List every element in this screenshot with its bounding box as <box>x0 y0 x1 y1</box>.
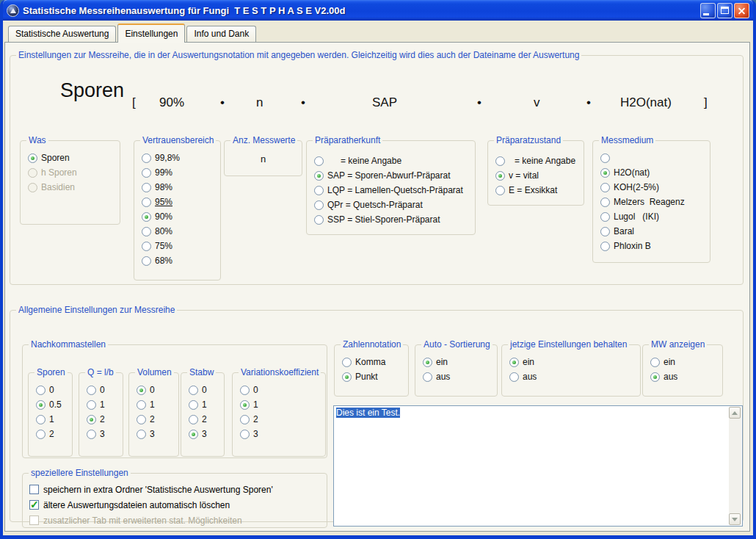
radio-option[interactable]: ein <box>647 355 718 369</box>
radio-option[interactable]: 95% <box>139 195 216 209</box>
radio-option[interactable]: Lugol (IKI) <box>597 209 705 224</box>
radio-option[interactable]: 3 <box>84 427 118 441</box>
radio-button-icon[interactable] <box>137 386 146 395</box>
radio-option[interactable]: Baral <box>597 224 705 239</box>
checkbox-option[interactable]: speichern in extra Ordner 'Statistische … <box>27 482 322 497</box>
radio-button-icon[interactable] <box>189 386 198 395</box>
radio-option[interactable]: 3 <box>186 427 219 441</box>
radio-option[interactable]: QPr = Quetsch-Präparat <box>311 198 470 212</box>
radio-button-icon[interactable] <box>600 227 610 236</box>
radio-option[interactable]: 2 <box>134 412 174 427</box>
radio-option[interactable]: 2 <box>237 412 321 427</box>
tab-info-und-dank[interactable]: Info und Dank <box>186 26 256 42</box>
radio-button-icon[interactable] <box>142 242 151 251</box>
radio-button-icon[interactable] <box>600 153 610 163</box>
radio-button-icon[interactable] <box>600 242 610 251</box>
radio-button-icon[interactable] <box>189 415 198 424</box>
radio-button-icon[interactable] <box>142 168 151 178</box>
radio-button-icon[interactable] <box>28 153 37 163</box>
radio-option[interactable]: 3 <box>134 427 174 441</box>
radio-button-icon[interactable] <box>240 386 250 395</box>
radio-option[interactable] <box>597 151 705 165</box>
radio-button-icon[interactable] <box>87 386 96 395</box>
radio-button-icon[interactable] <box>342 372 352 382</box>
radio-button-icon[interactable] <box>240 430 250 439</box>
radio-button-icon[interactable] <box>142 227 151 236</box>
vertical-scrollbar[interactable] <box>729 407 741 525</box>
radio-option[interactable]: aus <box>647 369 718 384</box>
maximize-button[interactable] <box>717 3 733 18</box>
radio-button-icon[interactable] <box>650 358 660 367</box>
radio-option[interactable]: 0.5 <box>33 397 68 412</box>
radio-option[interactable]: 80% <box>139 224 216 239</box>
radio-button-icon[interactable] <box>36 386 46 395</box>
radio-option[interactable]: 3 <box>237 427 321 441</box>
radio-option[interactable]: 2 <box>84 412 118 427</box>
radio-option[interactable]: ein <box>506 355 636 369</box>
close-button[interactable] <box>734 3 749 18</box>
radio-button-icon[interactable] <box>189 400 198 410</box>
radio-button-icon[interactable] <box>314 215 324 225</box>
radio-option[interactable]: Sporen <box>25 151 115 165</box>
radio-button-icon[interactable] <box>87 430 96 439</box>
checkbox-option[interactable]: ältere Auswertungsdateien automatisch lö… <box>27 497 322 513</box>
radio-button-icon[interactable] <box>509 372 519 382</box>
radio-button-icon[interactable] <box>423 358 432 367</box>
radio-button-icon[interactable] <box>600 183 610 192</box>
radio-option[interactable]: 0 <box>84 383 118 397</box>
radio-option[interactable]: aus <box>506 369 636 384</box>
radio-option[interactable]: 68% <box>139 253 216 268</box>
radio-option[interactable]: 99,8% <box>139 151 216 165</box>
radio-button-icon[interactable] <box>509 358 519 367</box>
radio-option[interactable]: 0 <box>237 383 321 397</box>
radio-button-icon[interactable] <box>36 415 46 424</box>
radio-option[interactable]: 1 <box>186 397 219 412</box>
radio-button-icon[interactable] <box>142 212 151 222</box>
radio-option[interactable]: 1 <box>33 412 68 427</box>
radio-option[interactable]: aus <box>420 369 493 384</box>
checkbox-icon[interactable] <box>29 485 39 494</box>
notes-textbox[interactable]: Dies ist ein Test. <box>333 405 743 527</box>
radio-option[interactable]: = keine Angabe <box>311 153 470 168</box>
radio-button-icon[interactable] <box>495 171 505 181</box>
radio-option[interactable]: 99% <box>139 165 216 180</box>
radio-button-icon[interactable] <box>36 400 46 410</box>
radio-option[interactable]: 98% <box>139 180 216 195</box>
radio-button-icon[interactable] <box>314 171 324 181</box>
radio-option[interactable]: v = vital <box>493 168 579 183</box>
radio-button-icon[interactable] <box>142 153 151 163</box>
radio-button-icon[interactable] <box>142 183 151 192</box>
radio-option[interactable]: = keine Angabe <box>493 153 579 168</box>
scroll-down-button[interactable] <box>729 513 741 525</box>
radio-button-icon[interactable] <box>36 430 46 439</box>
tab-einstellungen[interactable]: Einstellungen <box>117 23 185 43</box>
radio-button-icon[interactable] <box>650 372 660 382</box>
radio-button-icon[interactable] <box>137 430 146 439</box>
tab-statistische-auswertung[interactable]: Statistische Auswertung <box>8 26 116 42</box>
radio-option[interactable]: 90% <box>139 209 216 224</box>
radio-option[interactable]: H2O(nat) <box>597 165 705 180</box>
checkbox-icon[interactable] <box>29 500 39 510</box>
radio-button-icon[interactable] <box>142 198 151 207</box>
radio-option[interactable]: 75% <box>139 239 216 253</box>
radio-button-icon[interactable] <box>87 415 96 424</box>
radio-option[interactable]: 0 <box>186 383 219 397</box>
radio-option[interactable]: Melzers Reagenz <box>597 195 705 209</box>
scroll-up-button[interactable] <box>729 407 741 419</box>
radio-option[interactable]: ein <box>420 355 493 369</box>
radio-button-icon[interactable] <box>137 415 146 424</box>
radio-button-icon[interactable] <box>600 212 610 222</box>
radio-option[interactable]: 0 <box>134 383 174 397</box>
radio-option[interactable]: SAP = Sporen-Abwurf-Präparat <box>311 168 470 183</box>
titlebar[interactable]: Statistische Messreihenauswertung für Fu… <box>3 0 753 21</box>
radio-button-icon[interactable] <box>142 256 151 266</box>
radio-button-icon[interactable] <box>240 415 250 424</box>
radio-button-icon[interactable] <box>240 400 250 410</box>
radio-button-icon[interactable] <box>314 156 324 166</box>
radio-option[interactable]: KOH(2-5%) <box>597 180 705 195</box>
radio-button-icon[interactable] <box>314 200 324 210</box>
radio-option[interactable]: LQP = Lamellen-Quetsch-Präparat <box>311 183 470 198</box>
radio-option[interactable]: Phloxin B <box>597 239 705 253</box>
radio-button-icon[interactable] <box>342 358 352 367</box>
radio-option[interactable]: 0 <box>33 383 68 397</box>
